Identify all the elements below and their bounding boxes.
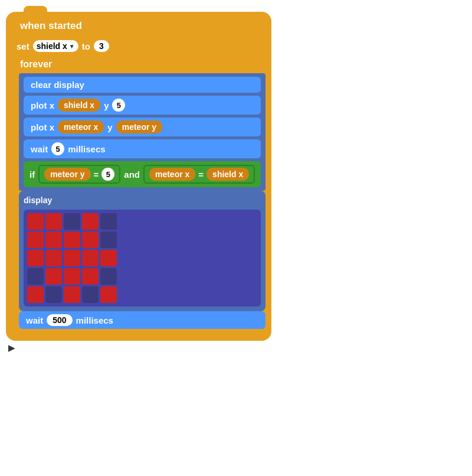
set-block[interactable]: set shield x ▼ to 3 bbox=[12, 38, 266, 54]
grid-cell bbox=[45, 268, 62, 285]
grid-cell bbox=[27, 286, 44, 303]
if-eq1: = bbox=[94, 169, 99, 180]
condition2[interactable]: meteor x = shield x bbox=[143, 165, 255, 184]
to-label: to bbox=[82, 41, 90, 51]
hat-block[interactable]: when started bbox=[12, 17, 266, 37]
grid-cell bbox=[27, 250, 44, 266]
grid-cell bbox=[27, 213, 44, 230]
forever-body: clear display plot x shield x y 5 plot x… bbox=[19, 73, 266, 191]
grid-cell bbox=[64, 250, 80, 266]
grid-cell bbox=[64, 213, 80, 230]
grid-cell bbox=[82, 213, 99, 230]
plot2-y-label: y bbox=[107, 122, 112, 132]
wait2-label: wait bbox=[26, 315, 43, 325]
grid-cell bbox=[82, 250, 99, 266]
wait1-label: wait bbox=[31, 144, 48, 154]
value-pill[interactable]: 3 bbox=[94, 40, 109, 52]
display-block: display bbox=[19, 191, 266, 311]
grid-cell bbox=[64, 268, 80, 285]
and-label: and bbox=[124, 169, 140, 180]
play-arrow[interactable]: ▶ bbox=[8, 343, 271, 353]
grid-cell bbox=[82, 268, 99, 285]
if-var2[interactable]: meteor x bbox=[149, 168, 195, 181]
grid-cell bbox=[27, 232, 44, 248]
grid-cell bbox=[82, 232, 99, 248]
wait2-unit: millisecs bbox=[76, 315, 113, 325]
grid-cell bbox=[82, 286, 99, 303]
grid-cell bbox=[100, 213, 117, 230]
plot1-var1[interactable]: shield x bbox=[58, 99, 100, 112]
plot1-label: plot x bbox=[31, 100, 54, 110]
hat-label: when started bbox=[20, 20, 82, 31]
grid-cell bbox=[27, 268, 44, 285]
if-eq2: = bbox=[198, 169, 204, 180]
clear-display-block[interactable]: clear display bbox=[24, 77, 261, 93]
plot2-var2[interactable]: meteor y bbox=[116, 120, 162, 133]
display-label: display bbox=[24, 195, 261, 205]
value-text: 3 bbox=[99, 41, 104, 51]
grid-cell bbox=[45, 286, 62, 303]
set-label: set bbox=[17, 41, 30, 51]
display-grid bbox=[24, 210, 261, 307]
grid-cell bbox=[100, 250, 117, 266]
wait2-value[interactable]: 500 bbox=[47, 314, 72, 326]
if-var3[interactable]: shield x bbox=[206, 168, 249, 181]
plot2-block[interactable]: plot x meteor x y meteor y bbox=[24, 118, 261, 136]
wait1-block[interactable]: wait 5 millisecs bbox=[24, 139, 261, 158]
if-block[interactable]: if meteor y = 5 and meteor x bbox=[24, 161, 261, 187]
plot2-var1[interactable]: meteor x bbox=[58, 120, 104, 133]
outer-block: when started set shield x ▼ to 3 forever… bbox=[6, 12, 271, 341]
forever-label: forever bbox=[20, 59, 52, 69]
plot2-label: plot x bbox=[31, 122, 54, 132]
grid-cell bbox=[64, 286, 80, 303]
grid-cell bbox=[45, 232, 62, 248]
variable-dropdown[interactable]: shield x ▼ bbox=[33, 40, 78, 52]
grid-cell bbox=[64, 232, 80, 248]
grid-cell bbox=[100, 232, 117, 248]
scratch-container: when started set shield x ▼ to 3 forever… bbox=[6, 12, 271, 353]
wait2-block[interactable]: wait 500 millisecs bbox=[19, 311, 266, 329]
clear-display-label: clear display bbox=[31, 80, 84, 90]
condition1[interactable]: meteor y = 5 bbox=[38, 165, 120, 184]
var-name: shield x bbox=[37, 41, 67, 51]
wait1-value[interactable]: 5 bbox=[51, 142, 64, 155]
if-val1[interactable]: 5 bbox=[101, 168, 114, 181]
grid-cell bbox=[100, 268, 117, 285]
plot1-val[interactable]: 5 bbox=[112, 99, 125, 112]
forever-block[interactable]: forever bbox=[12, 57, 266, 72]
plot1-block[interactable]: plot x shield x y 5 bbox=[24, 96, 261, 115]
grid-cell bbox=[100, 286, 117, 303]
plot1-y-label: y bbox=[104, 100, 109, 110]
if-label: if bbox=[30, 169, 35, 180]
grid-cell bbox=[45, 213, 62, 230]
if-var1[interactable]: meteor y bbox=[44, 168, 90, 181]
grid-cell bbox=[45, 250, 62, 266]
dropdown-arrow-icon: ▼ bbox=[69, 43, 75, 50]
wait1-unit: millisecs bbox=[68, 144, 105, 154]
